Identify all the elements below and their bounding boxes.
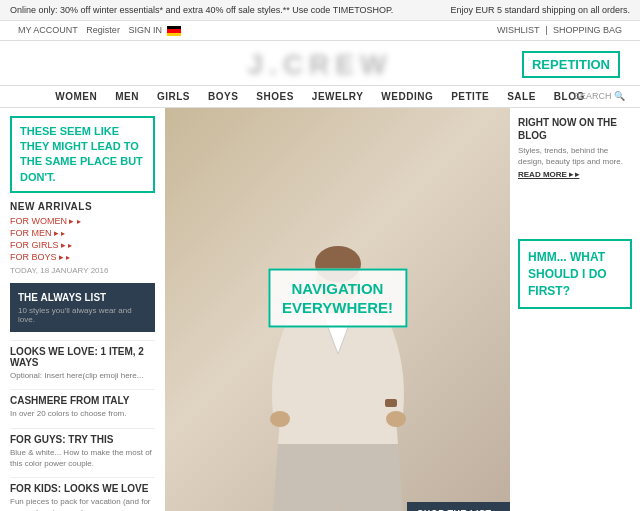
nav-wedding[interactable]: WEDDING [381, 91, 433, 102]
nav-women[interactable]: WOMEN [55, 91, 97, 102]
new-arrivals-title: NEW ARRIVALS [10, 201, 155, 212]
annotation-repetition: REPETITION [522, 51, 620, 78]
date-label: TODAY, 18 JANUARY 2016 [10, 266, 155, 275]
for-kids-title: FOR KIDS: LOOKS WE LOVE [10, 477, 155, 494]
nav-men[interactable]: MEN [115, 91, 139, 102]
logo-bar: J.CREW REPETITION [0, 41, 640, 85]
svg-point-5 [386, 411, 406, 427]
nav-boys[interactable]: BOYS [208, 91, 238, 102]
cashmere-title: CASHMERE FROM ITALY [10, 389, 155, 406]
main-content: THESE SEEM LIKE THEY MIGHT LEAD TO THE S… [0, 108, 640, 511]
my-account-link[interactable]: MY ACCOUNT [18, 25, 78, 35]
annotation-these: THESE SEEM LIKE THEY MIGHT LEAD TO THE S… [10, 116, 155, 194]
read-more-link[interactable]: READ MORE ▸ [518, 170, 579, 179]
looks-title: LOOKS WE LOVE: 1 ITEM, 2 WAYS [10, 340, 155, 368]
right-now-box: RIGHT NOW ON THE BLOG Styles, trends, be… [518, 116, 632, 179]
nav-jewelry[interactable]: JEWELRY [312, 91, 363, 102]
cashmere-desc: In over 20 colors to choose from. [10, 408, 155, 419]
right-sidebar: RIGHT NOW ON THE BLOG Styles, trends, be… [510, 108, 640, 511]
right-now-title: RIGHT NOW ON THE BLOG [518, 116, 632, 142]
for-kids-desc: Fun pieces to pack for vacation (and for… [10, 496, 155, 511]
nav-girls[interactable]: GIRLS [157, 91, 190, 102]
center-hero: NAVIGATIONEVERYWHERE! SHOP THE LIST [165, 108, 510, 511]
nav-shoes[interactable]: SHOES [256, 91, 294, 102]
svg-point-1 [315, 246, 361, 282]
for-men-link[interactable]: FOR MEN ▸ [10, 228, 155, 238]
left-sidebar: THESE SEEM LIKE THEY MIGHT LEAD TO THE S… [0, 108, 165, 511]
for-guys-title: FOR GUYS: TRY THIS [10, 428, 155, 445]
nav-petite[interactable]: PETITE [451, 91, 489, 102]
for-boys-link[interactable]: FOR BOYS ▸ [10, 252, 155, 262]
account-left-links: MY ACCOUNT Register SIGN IN [15, 25, 181, 36]
shop-list-button[interactable]: SHOP THE LIST [407, 502, 510, 512]
sign-in-link[interactable]: SIGN IN [128, 25, 162, 35]
always-list-subtitle: 10 styles you'll always wear and love. [18, 306, 147, 324]
for-women-link[interactable]: FOR WOMEN ▸ [10, 216, 155, 226]
flag-icon [167, 26, 181, 36]
right-now-desc: Styles, trends, behind the design, beaut… [518, 145, 632, 167]
for-guys-block: FOR GUYS: TRY THIS Blue & white... How t… [10, 428, 155, 469]
nav-sale[interactable]: SALE [507, 91, 536, 102]
for-kids-block: FOR KIDS: LOOKS WE LOVE Fun pieces to pa… [10, 477, 155, 511]
hero-figure: NAVIGATIONEVERYWHERE! SHOP THE LIST [165, 108, 510, 511]
person-silhouette [258, 244, 418, 512]
banner-left-text: Online only: 30% off winter essentials* … [10, 5, 393, 15]
banner-right-text: Enjoy EUR 5 standard shipping on all ord… [450, 5, 630, 15]
wishlist-link[interactable]: WISHLIST [497, 25, 540, 35]
top-banner: Online only: 30% off winter essentials* … [0, 0, 640, 21]
svg-point-4 [270, 411, 290, 427]
main-nav: WOMEN MEN GIRLS BOYS SHOES JEWELRY WEDDI… [0, 85, 640, 108]
for-guys-desc: Blue & white... How to make the most of … [10, 447, 155, 469]
for-girls-link[interactable]: FOR GIRLS ▸ [10, 240, 155, 250]
annotation-hmm: HMM... WHAT SHOULD I DO FIRST? [518, 239, 632, 309]
register-link[interactable]: Register [86, 25, 120, 35]
svg-rect-3 [385, 399, 397, 407]
account-bar: MY ACCOUNT Register SIGN IN WISHLIST | S… [0, 21, 640, 41]
search-label: SEARCH [574, 91, 612, 101]
looks-we-love-block: LOOKS WE LOVE: 1 ITEM, 2 WAYS Optional: … [10, 340, 155, 381]
always-list-box[interactable]: THE ALWAYS LIST 10 styles you'll always … [10, 283, 155, 332]
looks-desc: Optional: Insert here(clip emoji here... [10, 370, 155, 381]
account-right-links: WISHLIST | SHOPPING BAG [494, 25, 625, 35]
cashmere-block: CASHMERE FROM ITALY In over 20 colors to… [10, 389, 155, 419]
search-area[interactable]: SEARCH 🔍 [574, 91, 625, 101]
shopping-bag-link[interactable]: SHOPPING BAG [553, 25, 622, 35]
always-list-title: THE ALWAYS LIST [18, 291, 147, 304]
